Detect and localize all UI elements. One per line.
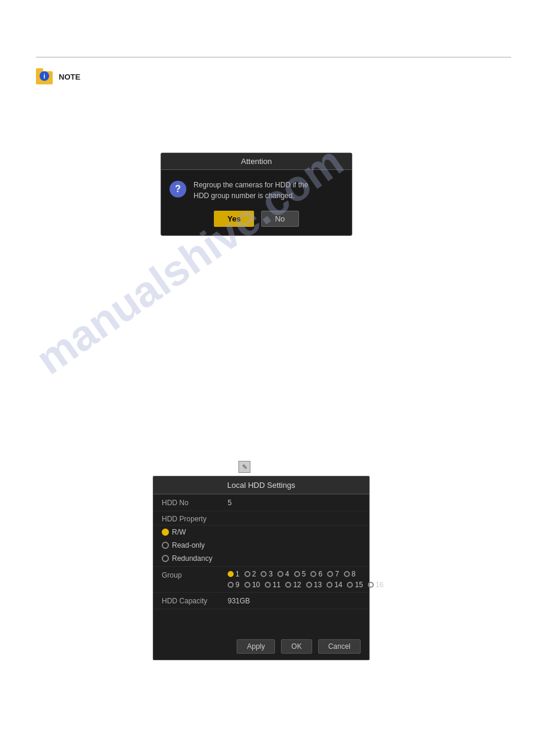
- note-label: NOTE: [59, 72, 80, 81]
- group-item-1[interactable]: 1: [228, 570, 240, 578]
- group-item-11[interactable]: 11: [265, 581, 280, 589]
- hdd-settings-dialog: Local HDD Settings HDD No 5 HDD Property…: [153, 476, 370, 660]
- group-label: Group: [162, 570, 228, 589]
- group-dot-4[interactable]: [277, 571, 283, 577]
- group-dot-9[interactable]: [228, 582, 234, 588]
- rw-radio-dot[interactable]: [162, 529, 169, 536]
- edit-icon-area: ✎: [238, 461, 250, 473]
- group-item-12[interactable]: 12: [285, 581, 301, 589]
- hdd-dialog-footer: Apply OK Cancel: [153, 633, 369, 660]
- hdd-dialog-title: Local HDD Settings: [153, 476, 369, 494]
- group-dot-7[interactable]: [327, 571, 333, 577]
- group-item-8[interactable]: 8: [344, 570, 356, 578]
- group-dot-15[interactable]: [347, 582, 353, 588]
- group-item-10[interactable]: 10: [244, 581, 260, 589]
- group-dot-14[interactable]: [327, 582, 333, 588]
- redundancy-radio-dot[interactable]: [162, 555, 169, 562]
- readonly-label: Read-only: [172, 541, 205, 549]
- group-dot-5[interactable]: [294, 571, 300, 577]
- group-item-7[interactable]: 7: [327, 570, 339, 578]
- group-dot-3[interactable]: [261, 571, 267, 577]
- group-item-3[interactable]: 3: [261, 570, 273, 578]
- top-divider: [36, 57, 511, 57]
- readonly-radio-dot[interactable]: [162, 542, 169, 549]
- hdd-capacity-label: HDD Capacity: [162, 597, 228, 605]
- hdd-capacity-value: 931GB: [228, 597, 250, 605]
- group-item-4[interactable]: 4: [277, 570, 289, 578]
- hdd-no-value: 5: [228, 499, 232, 507]
- note-section: i NOTE: [36, 69, 80, 86]
- hdd-capacity-row: HDD Capacity 931GB: [153, 593, 369, 609]
- group-dot-1[interactable]: [228, 571, 234, 577]
- group-dot-13[interactable]: [306, 582, 312, 588]
- group-item-15[interactable]: 15: [347, 581, 362, 589]
- question-icon: ?: [170, 181, 186, 198]
- hdd-no-row: HDD No 5: [153, 494, 369, 511]
- group-line-2: 9 10 11 12 13 14 15 16: [228, 581, 383, 589]
- group-dot-6[interactable]: [310, 571, 316, 577]
- group-item-6[interactable]: 6: [310, 570, 322, 578]
- attention-body: ? Regroup the cameras for HDD if the HDD…: [161, 170, 352, 211]
- group-dot-10[interactable]: [244, 582, 250, 588]
- group-line-1: 1 2 3 4 5 6 7 8: [228, 570, 383, 578]
- group-dot-16[interactable]: [368, 582, 374, 588]
- group-dot-8[interactable]: [344, 571, 350, 577]
- group-item-9[interactable]: 9: [228, 581, 240, 589]
- attention-buttons: Yes No: [161, 211, 352, 235]
- yes-button[interactable]: Yes: [214, 211, 253, 227]
- cancel-button[interactable]: Cancel: [318, 639, 361, 654]
- apply-button[interactable]: Apply: [237, 639, 275, 654]
- rw-label: R/W: [172, 528, 186, 536]
- redundancy-label: Redundancy: [172, 554, 212, 563]
- hdd-no-label: HDD No: [162, 499, 228, 507]
- readonly-radio-row[interactable]: Read-only: [153, 539, 369, 552]
- edit-icon[interactable]: ✎: [238, 461, 250, 473]
- group-numbers: 1 2 3 4 5 6 7 8 9 10 11 12 13 14 15 16: [228, 570, 383, 589]
- hdd-property-header: HDD Property: [153, 511, 369, 526]
- group-item-14[interactable]: 14: [327, 581, 342, 589]
- group-item-5[interactable]: 5: [294, 570, 306, 578]
- attention-message: Regroup the cameras for HDD if the HDD g…: [194, 180, 308, 201]
- attention-title: Attention: [161, 153, 352, 170]
- attention-dialog: Attention ? Regroup the cameras for HDD …: [161, 153, 352, 236]
- note-icon: i: [36, 69, 54, 86]
- group-item-13[interactable]: 13: [306, 581, 322, 589]
- info-icon: i: [40, 71, 49, 81]
- hdd-dialog-spacer: [153, 609, 369, 633]
- redundancy-radio-row[interactable]: Redundancy: [153, 552, 369, 567]
- group-item-16[interactable]: 16: [368, 581, 383, 589]
- rw-radio-row[interactable]: R/W: [153, 526, 369, 539]
- group-dot-11[interactable]: [265, 582, 271, 588]
- no-button[interactable]: No: [261, 211, 299, 227]
- group-item-2[interactable]: 2: [244, 570, 256, 578]
- group-dot-12[interactable]: [285, 582, 291, 588]
- group-row: Group 1 2 3 4 5 6 7 8 9 10 11 12 13 14 1…: [153, 567, 369, 593]
- ok-button[interactable]: OK: [281, 639, 312, 654]
- group-dot-2[interactable]: [244, 571, 250, 577]
